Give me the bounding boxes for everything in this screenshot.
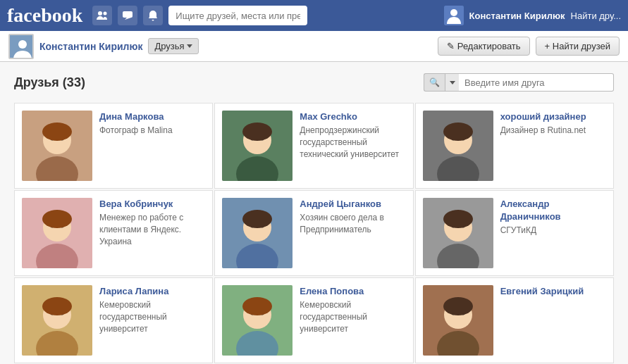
svg-point-54 bbox=[242, 297, 272, 315]
svg-point-36 bbox=[242, 210, 272, 228]
chat-icon-btn[interactable] bbox=[118, 6, 137, 25]
friend-card: Елена ПоповаКемеровский государственный … bbox=[214, 277, 413, 363]
friend-name[interactable]: Лариса Лапина bbox=[99, 285, 205, 298]
friend-photo bbox=[423, 285, 493, 356]
friend-search-input[interactable] bbox=[459, 73, 614, 92]
friend-photo bbox=[423, 111, 493, 181]
friend-detail: СГУТиКД bbox=[500, 225, 606, 237]
friends-header: Друзья (33) 🔍 bbox=[14, 73, 614, 92]
user-name-nav: Константин Кирилюк bbox=[469, 11, 565, 21]
people-icon-btn[interactable] bbox=[92, 6, 112, 25]
svg-rect-2 bbox=[123, 11, 133, 18]
svg-point-18 bbox=[242, 123, 272, 141]
dropdown-arrow-icon bbox=[187, 44, 192, 48]
friend-card: Андрей ЦыганковХозяин своего дела в Пред… bbox=[214, 190, 413, 276]
friend-photo bbox=[222, 285, 293, 356]
friend-photo bbox=[22, 198, 92, 268]
friend-detail: Менежер по работе с клиентами в Яндекс. … bbox=[99, 212, 205, 247]
top-navigation: facebook Константин Кирилюк Найти дру... bbox=[0, 0, 628, 31]
user-avatar-nav bbox=[444, 6, 464, 25]
profile-bar: Константин Кирилюк Друзья ✎ Редактироват… bbox=[0, 31, 628, 62]
svg-point-30 bbox=[42, 210, 72, 228]
friend-name[interactable]: Андрей Цыганков bbox=[300, 198, 405, 211]
friend-info: Александр ДраничниковСГУТиКД bbox=[500, 198, 606, 237]
svg-point-60 bbox=[443, 297, 473, 315]
friend-info: Елена ПоповаКемеровский государственный … bbox=[300, 285, 405, 335]
svg-point-1 bbox=[104, 12, 107, 15]
friend-info: Max GrechkoДнепродзержинский государстве… bbox=[300, 111, 405, 161]
friend-photo bbox=[22, 111, 92, 181]
friend-card: Лариса ЛапинаКемеровский государственный… bbox=[14, 277, 213, 363]
friend-search-bar: 🔍 bbox=[424, 73, 614, 92]
friend-name[interactable]: хороший дизайнер bbox=[500, 111, 606, 123]
friends-grid: Дина МарковаФотограф в MalinaMax Grechko… bbox=[14, 103, 614, 363]
friend-info: Вера КобринчукМенежер по работе с клиент… bbox=[99, 198, 205, 248]
search-arrow-icon bbox=[450, 81, 455, 84]
search-icon: 🔍 bbox=[424, 73, 445, 92]
svg-point-24 bbox=[443, 123, 473, 141]
friend-info: Дина МарковаФотограф в Malina bbox=[99, 111, 205, 137]
svg-point-6 bbox=[18, 40, 27, 49]
friend-card: Евгений Зарицкий bbox=[415, 277, 614, 363]
friend-name[interactable]: Дина Маркова bbox=[99, 111, 205, 123]
friend-photo bbox=[423, 198, 493, 268]
user-nav: Константин Кирилюк Найти дру... bbox=[444, 6, 621, 25]
find-friends-button[interactable]: + Найти друзей bbox=[536, 37, 620, 56]
friends-dropdown[interactable]: Друзья bbox=[148, 38, 198, 54]
friend-card: хороший дизайнерДизайнер в Rutina.net bbox=[415, 103, 614, 189]
friend-name[interactable]: Александр Драничников bbox=[500, 198, 606, 223]
friend-name[interactable]: Елена Попова bbox=[300, 285, 405, 298]
friend-photo bbox=[22, 285, 92, 356]
svg-point-4 bbox=[450, 9, 457, 16]
friend-detail: Кемеровский государственный университет bbox=[300, 299, 405, 334]
main-content: Друзья (33) 🔍 Дина МарковаФотограф в Mal… bbox=[0, 62, 628, 364]
bell-icon-btn[interactable] bbox=[143, 6, 163, 25]
svg-point-12 bbox=[42, 123, 72, 141]
find-friends-nav-link[interactable]: Найти дру... bbox=[571, 11, 621, 21]
friend-card: Max GrechkoДнепродзержинский государстве… bbox=[214, 103, 413, 189]
friend-card: Александр ДраничниковСГУТиКД bbox=[415, 190, 614, 276]
svg-point-42 bbox=[443, 210, 473, 228]
friend-detail: Кемеровский государственный университет bbox=[99, 299, 205, 334]
friends-title: Друзья (33) bbox=[14, 75, 85, 90]
svg-point-0 bbox=[98, 11, 102, 15]
friend-detail: Фотограф в Malina bbox=[99, 125, 205, 137]
svg-point-48 bbox=[42, 297, 72, 315]
friend-info: Андрей ЦыганковХозяин своего дела в Пред… bbox=[300, 198, 405, 236]
profile-thumbnail bbox=[8, 34, 34, 59]
friend-photo bbox=[222, 111, 293, 181]
global-search-input[interactable] bbox=[168, 6, 307, 25]
search-dropdown-arrow[interactable] bbox=[445, 73, 459, 92]
friend-card: Дина МарковаФотограф в Malina bbox=[14, 103, 213, 189]
friend-detail: Дизайнер в Rutina.net bbox=[500, 125, 606, 137]
facebook-logo: facebook bbox=[7, 4, 82, 27]
friend-detail: Днепродзержинский государственный технич… bbox=[300, 125, 405, 160]
friend-name[interactable]: Вера Кобринчук bbox=[99, 198, 205, 211]
friend-card: Вера КобринчукМенежер по работе с клиент… bbox=[14, 190, 213, 276]
profile-name-button[interactable]: Константин Кирилюк bbox=[39, 41, 142, 52]
friend-name[interactable]: Евгений Зарицкий bbox=[500, 285, 606, 298]
friend-info: Евгений Зарицкий bbox=[500, 285, 606, 298]
friend-info: хороший дизайнерДизайнер в Rutina.net bbox=[500, 111, 606, 137]
edit-profile-button[interactable]: ✎ Редактировать bbox=[438, 37, 529, 56]
friend-name[interactable]: Max Grechko bbox=[300, 111, 405, 123]
friend-info: Лариса ЛапинаКемеровский государственный… bbox=[99, 285, 205, 335]
friend-detail: Хозяин своего дела в Предприниматель bbox=[300, 212, 405, 236]
friend-photo bbox=[222, 198, 293, 268]
